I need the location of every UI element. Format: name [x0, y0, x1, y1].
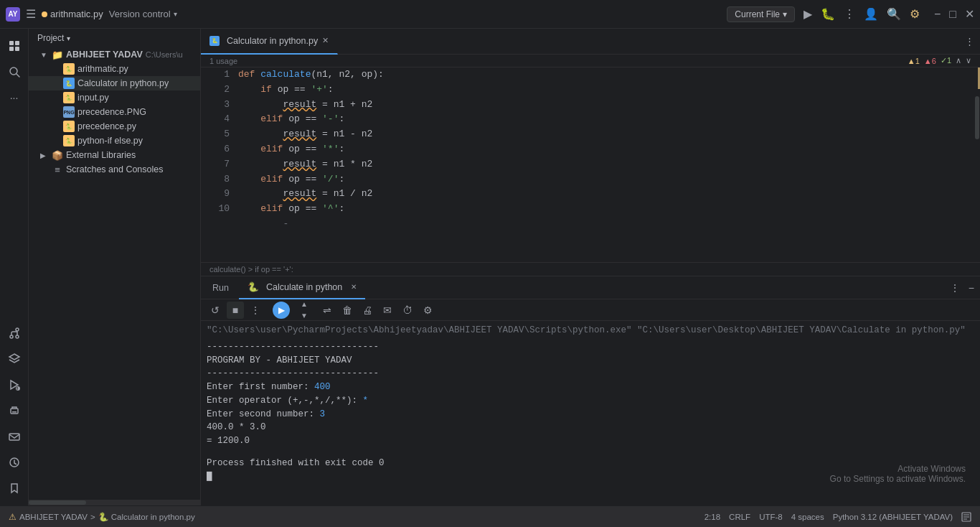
code-line-5: result = n1 - n2 [235, 127, 974, 142]
status-bar-right: 2:18 CRLF UTF-8 4 spaces Python 3.12 (AB… [705, 512, 971, 522]
activity-clock-icon[interactable] [3, 451, 26, 474]
root-folder[interactable]: ▼ 📁 ABHIJEET YADAV C:\Users\u [29, 47, 200, 62]
activity-more-icon[interactable]: ··· [3, 86, 26, 109]
usage-count: 1 usage [209, 57, 237, 65]
file-precedence-py[interactable]: 🐍 precedence.py [29, 119, 200, 134]
breadcrumb-bar: calculate() > if op == '+': [201, 262, 980, 276]
indent-label: 4 spaces [791, 513, 824, 521]
tab-label: Calculator in python.py [227, 36, 318, 46]
run-active-button[interactable]: ▶ [273, 302, 290, 319]
status-separator: > [90, 513, 95, 521]
settings-button[interactable]: ⚙ [419, 302, 436, 319]
file-calculator[interactable]: 🐍 Calculator in python.py [29, 76, 200, 90]
encoding-label: UTF-8 [759, 513, 783, 521]
version-control-badge[interactable]: Version control ▾ [109, 9, 177, 19]
panel-more-icon[interactable]: ⋮ [947, 279, 963, 297]
sidebar-header: Project ▾ [29, 29, 200, 47]
breadcrumb-text: calculate() > if op == '+': [209, 265, 293, 274]
hamburger-icon[interactable]: ☰ [26, 7, 36, 21]
status-line-ending[interactable]: CRLF [729, 513, 750, 521]
activity-run-debug-icon[interactable] [3, 373, 26, 396]
debug-icon[interactable]: 🐛 [821, 7, 835, 21]
file-precedence-png[interactable]: PNG precedence.PNG [29, 105, 200, 119]
status-interpreter[interactable]: Python 3.12 (ABHIJEET YADAV) [833, 513, 953, 521]
collapse-icon[interactable]: ∨ [966, 56, 971, 65]
sidebar-scrollbar[interactable] [29, 500, 200, 505]
code-line-6: elif op == '*': [235, 142, 974, 157]
line-num-7: 7 [201, 157, 230, 172]
more-options-icon[interactable]: ⋮ [844, 7, 855, 21]
activity-project-icon[interactable] [3, 34, 26, 57]
expand-icon[interactable]: ∧ [956, 56, 961, 65]
history-button[interactable]: ⏱ [399, 302, 416, 319]
code-line-3: result = n1 + n2 [235, 98, 974, 113]
line-num-9: 9 [201, 187, 230, 202]
calc-result: = 1200.0 [207, 434, 974, 448]
status-encoding[interactable]: UTF-8 [759, 513, 783, 521]
wrap-text-button[interactable]: ⇌ [319, 302, 336, 319]
file-arithmatic[interactable]: 🐍 arithmatic.py [29, 62, 200, 76]
scroll-up-button[interactable]: ▲ [296, 299, 313, 309]
close-button[interactable]: ✕ [965, 7, 974, 21]
maximize-button[interactable]: □ [949, 7, 956, 21]
activity-layers-icon[interactable] [3, 348, 26, 370]
panel-tab-run[interactable]: Run [204, 276, 237, 299]
calculate-tab-close-icon[interactable]: ✕ [351, 283, 357, 291]
exit-message: Process finished with exit code 0 [207, 457, 974, 470]
line-num-1: 1 [201, 67, 230, 83]
run-button[interactable]: ▶ [804, 7, 812, 21]
activity-mail-icon[interactable] [3, 425, 26, 448]
toolbar-more-button[interactable]: ⋮ [247, 302, 264, 319]
mail-button[interactable]: ✉ [379, 302, 396, 319]
root-path: C:\Users\u [146, 50, 183, 59]
external-libraries[interactable]: ▶ 📦 External Libraries [29, 148, 200, 162]
tab-close-icon[interactable]: ✕ [322, 36, 329, 45]
file-python-if-else[interactable]: 🐍 python-if else.py [29, 134, 200, 148]
print-button[interactable]: 🖨 [359, 302, 376, 319]
bottom-panel: Run 🐍 Calculate in python ✕ ⋮ − ↺ ■ ⋮ ▶ [201, 276, 980, 505]
add-user-icon[interactable]: 👤 [864, 7, 878, 21]
panel-tab-calculate[interactable]: 🐍 Calculate in python ✕ [239, 276, 365, 299]
output-spacer [207, 448, 974, 457]
main-layout: ··· [0, 29, 980, 505]
activity-bookmark-icon[interactable] [3, 477, 26, 500]
tabs-more-button[interactable]: ⋮ [959, 36, 980, 47]
code-lines[interactable]: def calculate(n1, n2, op): if op == '+':… [235, 67, 974, 262]
py-icon-6: 🐍 [63, 135, 75, 146]
status-position[interactable]: 2:18 [705, 513, 720, 521]
scratches-consoles[interactable]: ≡ Scratches and Consoles [29, 162, 200, 177]
activity-git-icon[interactable] [3, 322, 26, 345]
project-label: Project [37, 33, 64, 43]
rerun-button[interactable]: ↺ [207, 302, 224, 319]
status-format-icon[interactable] [961, 512, 971, 522]
stop-button[interactable]: ■ [227, 302, 244, 319]
line-num-4: 4 [201, 112, 230, 127]
settings-icon[interactable]: ⚙ [910, 7, 920, 21]
code-line-7: result = n1 * n2 [235, 157, 974, 172]
folder-arrow-icon: ▼ [40, 51, 52, 59]
panel-content[interactable]: "C:\Users\user\PycharmProjects\Abhijeety… [201, 321, 980, 505]
tab-py-icon: 🐍 [209, 36, 220, 46]
minimize-button[interactable]: − [934, 7, 941, 21]
panel-minimize-icon[interactable]: − [966, 279, 977, 297]
search-icon[interactable]: 🔍 [887, 7, 901, 21]
prompt-3: Enter second number: 3 [207, 408, 974, 421]
py-icon-3: 🐍 [63, 92, 75, 103]
current-file-button[interactable]: Current File ▾ [727, 6, 795, 22]
status-py-icon: 🐍 [98, 512, 108, 522]
activity-search-icon[interactable] [3, 60, 26, 83]
status-indent[interactable]: 4 spaces [791, 513, 824, 521]
panel-toolbar: ↺ ■ ⋮ ▶ ▲ ▼ ⇌ 🗑 🖨 ✉ ⏱ ⚙ [201, 299, 980, 321]
folder-open-icon: 📁 [52, 49, 63, 60]
interpreter-label: Python 3.12 (ABHIJEET YADAV) [833, 513, 953, 521]
file-input[interactable]: 🐍 input.py [29, 90, 200, 105]
clear-button[interactable]: 🗑 [339, 302, 356, 319]
svg-rect-13 [11, 409, 18, 414]
scroll-down-button[interactable]: ▼ [296, 311, 313, 321]
tab-calculator[interactable]: 🐍 Calculator in python.py ✕ [201, 29, 338, 55]
activity-print-icon[interactable] [3, 399, 26, 422]
separator-1: -------------------------------- [207, 340, 974, 354]
program-by: PROGRAM BY - ABHIJEET YADAV [207, 354, 974, 368]
status-warnings[interactable]: ⚠ ABHIJEET YADAV > 🐍 Calculator in pytho… [9, 512, 195, 522]
editor-scrollbar[interactable] [974, 67, 980, 262]
